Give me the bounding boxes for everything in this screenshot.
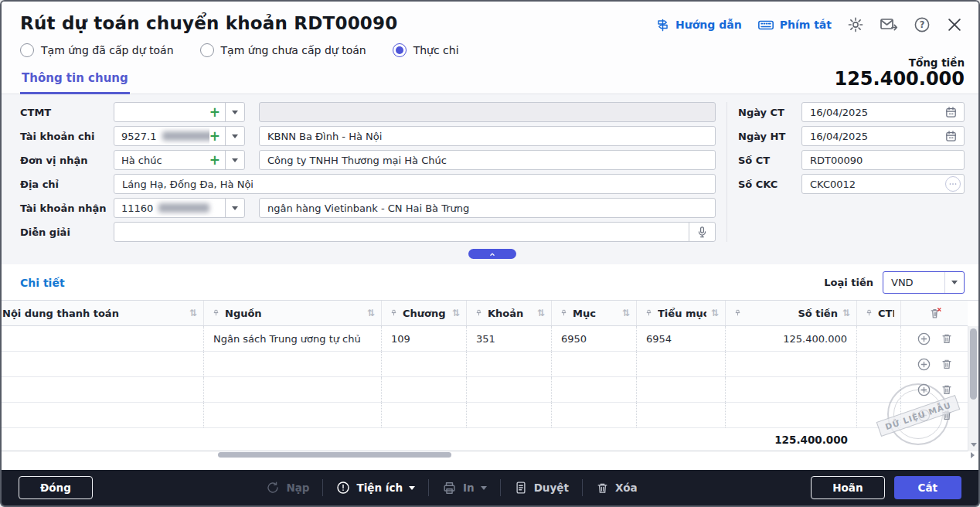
cell-source[interactable] (204, 403, 382, 427)
receiver-unit-dropdown-button[interactable] (225, 151, 244, 169)
cell-subitem[interactable]: 6954 (637, 326, 726, 351)
cell-item[interactable] (552, 377, 637, 402)
print-button[interactable]: In (442, 481, 487, 495)
cell-ctmt[interactable] (857, 403, 901, 427)
cell-amount[interactable] (726, 352, 857, 376)
doc-date-input[interactable]: 16/04/2025 (801, 102, 965, 122)
sort-icon[interactable]: ⇅ (367, 308, 375, 318)
pin-column-icon[interactable] (733, 309, 742, 318)
cell-amount[interactable] (726, 377, 857, 402)
radio-thuc-chi[interactable]: Thực chi (393, 43, 459, 57)
approve-button[interactable]: Duyệt (514, 481, 569, 495)
cell-subitem[interactable] (637, 403, 726, 427)
calendar-icon[interactable] (944, 130, 961, 143)
ctmt-dropdown-button[interactable] (225, 103, 244, 121)
spending-account-combo[interactable]: 9527.1 + (114, 126, 245, 146)
sort-icon[interactable]: ⇅ (189, 308, 197, 318)
address-input[interactable]: Láng Hạ, Đống Đa, Hà Nội (114, 174, 716, 194)
cell-ctmt[interactable] (857, 352, 901, 376)
sort-icon[interactable]: ⇅ (452, 308, 460, 318)
ckc-more-button[interactable] (945, 176, 961, 192)
add-spending-account-icon[interactable]: + (209, 127, 225, 145)
column-header-item[interactable]: Mục ⇅ (552, 301, 637, 325)
cell-item[interactable] (552, 403, 637, 427)
doc-no-input[interactable]: RDT00090 (801, 150, 965, 170)
cell-subitem[interactable] (637, 352, 726, 376)
pin-column-icon[interactable] (645, 309, 653, 318)
table-row[interactable] (2, 377, 968, 403)
sort-icon[interactable]: ⇅ (711, 308, 719, 318)
cell-ctmt[interactable] (857, 326, 901, 351)
calendar-icon[interactable] (944, 106, 961, 119)
cell-clause[interactable] (467, 403, 552, 427)
cell-subitem[interactable] (637, 377, 726, 402)
ctmt-combo[interactable]: + (114, 102, 245, 122)
delete-all-rows-button[interactable] (901, 301, 968, 325)
column-header-source[interactable]: Nguồn ⇅ (204, 301, 382, 325)
scrollbar-thumb[interactable] (970, 328, 977, 400)
table-row[interactable] (2, 403, 968, 428)
table-horizontal-scrollbar[interactable] (2, 451, 978, 460)
collapse-form-button[interactable] (468, 249, 516, 259)
close-icon[interactable] (946, 16, 963, 33)
table-vertical-scrollbar[interactable] (968, 326, 978, 451)
radio-tam-ung-da-cap[interactable]: Tạm ứng đã cấp dự toán (20, 43, 174, 57)
sort-icon[interactable]: ⇅ (537, 308, 545, 318)
add-ctmt-icon[interactable]: + (209, 103, 225, 121)
posting-date-input[interactable]: 16/04/2025 (801, 126, 965, 146)
spending-account-dropdown-button[interactable] (225, 127, 244, 145)
cell-source[interactable]: Ngân sách Trung ương tự chủ (204, 326, 382, 351)
cell-content[interactable] (2, 326, 204, 351)
column-header-amount[interactable]: Số tiền ⇅ (726, 301, 857, 325)
cell-item[interactable]: 6950 (552, 326, 637, 351)
tab-thong-tin-chung[interactable]: Thông tin chung (20, 71, 130, 94)
cell-content[interactable] (2, 352, 204, 376)
cell-chapter[interactable] (382, 377, 467, 402)
utilities-button[interactable]: Tiện ích (336, 481, 415, 495)
shortcut-link[interactable]: Phím tắt (757, 16, 832, 33)
pin-column-icon[interactable] (475, 309, 483, 318)
table-row[interactable] (2, 352, 968, 377)
cut-button[interactable]: Cắt (894, 476, 961, 499)
pin-column-icon[interactable] (212, 309, 220, 318)
close-button[interactable]: Đóng (19, 476, 93, 499)
scroll-right-arrow-icon[interactable] (971, 452, 975, 458)
sort-icon[interactable]: ⇅ (842, 308, 850, 318)
add-receiver-unit-icon[interactable]: + (209, 151, 225, 169)
cell-ctmt[interactable] (857, 377, 901, 402)
description-input[interactable] (114, 222, 716, 242)
column-header-ctmt[interactable]: CTMT (857, 301, 901, 325)
currency-dropdown-button[interactable] (944, 272, 964, 293)
pin-column-icon[interactable] (560, 309, 568, 318)
receiving-account-combo[interactable]: 11160 (114, 198, 245, 218)
sort-icon[interactable]: ⇅ (622, 308, 630, 318)
add-row-icon[interactable] (917, 332, 931, 346)
cell-chapter[interactable]: 109 (382, 326, 467, 351)
delete-row-icon[interactable] (941, 383, 953, 396)
add-row-icon[interactable] (917, 383, 931, 397)
delete-row-icon[interactable] (941, 409, 953, 421)
currency-select[interactable]: VND (883, 271, 965, 294)
column-header-subitem[interactable]: Tiểu mục ⇅ (637, 301, 726, 325)
cell-item[interactable] (552, 352, 637, 376)
column-header-clause[interactable]: Khoản ⇅ (467, 301, 552, 325)
pin-column-icon[interactable] (390, 309, 398, 318)
cell-content[interactable] (2, 403, 204, 427)
reload-button[interactable]: Nạp (266, 481, 309, 495)
guide-link[interactable]: Hướng dẫn (655, 18, 742, 32)
pin-column-icon[interactable] (865, 309, 873, 318)
voice-input-button[interactable] (689, 223, 715, 241)
column-header-content[interactable]: Nội dung thanh toán ⇅ (2, 301, 204, 325)
cell-clause[interactable]: 351 (467, 326, 552, 351)
help-icon[interactable]: ? (914, 16, 931, 33)
cell-content[interactable] (2, 377, 204, 402)
radio-tam-ung-chua-cap[interactable]: Tạm ứng chưa cấp dự toán (200, 43, 366, 57)
scroll-down-arrow-icon[interactable] (971, 443, 977, 447)
column-header-chapter[interactable]: Chương ⇅ (382, 301, 467, 325)
delete-row-icon[interactable] (941, 332, 953, 345)
add-row-icon[interactable] (917, 357, 931, 372)
cell-amount[interactable] (726, 403, 857, 427)
scrollbar-thumb[interactable] (218, 452, 451, 458)
cell-source[interactable] (204, 377, 382, 402)
cell-chapter[interactable] (382, 403, 467, 427)
